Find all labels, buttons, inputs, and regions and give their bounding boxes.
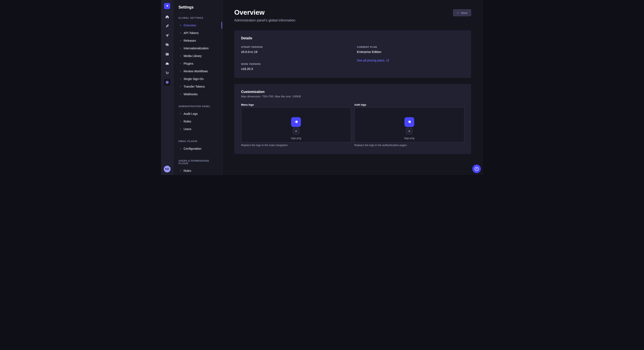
details-card-title: Details: [241, 36, 464, 40]
menu-logo-upload: Menu logo + logo.png Replace the logo in…: [241, 103, 351, 147]
workspace-logo-section: [161, 0, 173, 12]
sidebar-item-admin-roles[interactable]: Roles: [173, 118, 222, 125]
nav-list-global-settings: Overview API Tokens Releases Internation…: [173, 21, 222, 98]
external-link-icon: [386, 59, 389, 62]
bullet-icon: [180, 63, 181, 64]
sidebar-item-single-sign-on[interactable]: Single Sign-On: [173, 75, 222, 83]
rail-bottom: KD: [161, 163, 173, 175]
nav-list-users-permissions: Roles Providers: [173, 167, 222, 175]
section-label-administration-panel: Administration Panel: [178, 101, 217, 108]
bullet-icon: [180, 94, 181, 95]
check-icon: ✓: [457, 11, 459, 14]
subnav-title: Settings: [173, 0, 222, 9]
logo-uploads-grid: Menu logo + logo.png Replace the logo in…: [241, 103, 464, 147]
page-subtitle: Administration panel's global informatio…: [234, 18, 296, 22]
sidebar-item-api-tokens[interactable]: API Tokens: [173, 29, 222, 37]
bullet-icon: [180, 40, 181, 41]
auth-logo-preview-strapi-icon: [404, 117, 414, 127]
sidebar-item-media-library[interactable]: Media Library: [173, 52, 222, 60]
question-mark-icon: ?: [475, 167, 479, 171]
auth-logo-dropzone[interactable]: + logo.png: [354, 107, 464, 142]
details-left-column: Strapi version v5.0.0-rc.19 Node version…: [241, 46, 348, 71]
active-rail-pill: [164, 79, 170, 86]
rail-divider: [161, 163, 173, 163]
menu-logo-caption: Replace the logo in the main navigation: [241, 144, 351, 147]
sidebar-item-email-configuration[interactable]: Configuration: [173, 145, 222, 153]
strapi-admin-app: KD Settings Global Settings Overview API…: [161, 0, 483, 175]
current-plan-field: Current plan Enterprise Edition: [357, 46, 464, 54]
details-grid: Strapi version v5.0.0-rc.19 Node version…: [241, 46, 464, 71]
plus-icon: +: [295, 129, 297, 133]
settings-gear-icon-active[interactable]: [165, 80, 169, 84]
sidebar-item-up-roles[interactable]: Roles: [173, 167, 222, 175]
customization-card-subtitle: Max dimension: 750×750, Max file size: 1…: [241, 95, 464, 98]
menu-logo-preview-strapi-icon: [291, 117, 301, 127]
see-all-pricing-plans-link[interactable]: See all pricing plans: [357, 59, 389, 62]
details-right-column: Current plan Enterprise Edition See all …: [357, 46, 464, 71]
sidebar-item-up-providers[interactable]: Providers: [173, 175, 222, 175]
home-icon[interactable]: [165, 15, 169, 19]
menu-logo-label: Menu logo: [241, 103, 351, 106]
bullet-icon: [180, 170, 181, 171]
sidebar-item-overview[interactable]: Overview: [173, 21, 222, 29]
sidebar-item-audit-logs[interactable]: Audit Logs: [173, 110, 222, 118]
main-nav-rail: KD: [161, 0, 173, 175]
sidebar-item-webhooks[interactable]: Webhooks: [173, 90, 222, 98]
auth-logo-caption: Replace the logo in the authentication p…: [354, 144, 464, 147]
bullet-icon: [180, 55, 181, 56]
deploy-paper-plane-icon[interactable]: [165, 33, 169, 38]
sidebar-item-review-workflows[interactable]: Review Workflows: [173, 67, 222, 75]
main-content: Overview Administration panel's global i…: [222, 0, 483, 175]
bullet-icon: [180, 148, 181, 149]
bullet-icon: [180, 71, 181, 72]
section-label-email-plugin: Email Plugin: [178, 136, 217, 143]
marketplace-cart-icon[interactable]: [165, 71, 169, 75]
help-button[interactable]: ?: [472, 165, 481, 173]
content-type-builder-layout-icon[interactable]: [165, 52, 169, 56]
menu-logo-filename: logo.png: [291, 137, 301, 140]
customization-card-title: Customization: [241, 90, 464, 94]
content-manager-feather-icon[interactable]: [165, 24, 169, 28]
sidebar-item-plugins[interactable]: Plugins: [173, 60, 222, 67]
rail-icon-list: [161, 12, 173, 84]
bullet-icon: [180, 48, 181, 49]
bullet-icon: [180, 121, 181, 122]
save-button[interactable]: ✓ Save: [453, 9, 471, 16]
auth-logo-add-button[interactable]: +: [406, 128, 412, 134]
media-library-pictures-icon[interactable]: [165, 43, 169, 47]
settings-subnav: Settings Global Settings Overview API To…: [173, 0, 222, 175]
auth-logo-upload: Auth logo + logo.png Replace the logo in…: [354, 103, 464, 147]
nav-list-administration-panel: Audit Logs Roles Users: [173, 110, 222, 133]
menu-logo-dropzone[interactable]: + logo.png: [241, 107, 351, 142]
bullet-icon: [180, 86, 181, 87]
bullet-icon: [180, 129, 181, 130]
customization-card: Customization Max dimension: 750×750, Ma…: [234, 84, 471, 154]
node-version-field: Node version v18.20.3: [241, 63, 348, 71]
strapi-version-field: Strapi version v5.0.0-rc.19: [241, 46, 348, 54]
user-avatar[interactable]: KD: [164, 166, 170, 173]
page-header: Overview Administration panel's global i…: [234, 8, 471, 22]
section-label-users-permissions-plugin: Users & Permissions Plugin: [178, 156, 217, 165]
plus-icon: +: [408, 129, 410, 133]
auth-logo-label: Auth logo: [354, 103, 464, 106]
sidebar-item-admin-users[interactable]: Users: [173, 125, 222, 133]
nav-list-email-plugin: Configuration: [173, 145, 222, 153]
section-label-global-settings: Global Settings: [178, 13, 217, 19]
page-title: Overview: [234, 8, 296, 16]
sidebar-item-internationalization[interactable]: Internationalization: [173, 44, 222, 52]
details-card: Details Strapi version v5.0.0-rc.19 Node…: [234, 30, 471, 78]
auth-logo-filename: logo.png: [404, 137, 414, 140]
sidebar-item-releases[interactable]: Releases: [173, 37, 222, 44]
bullet-icon: [180, 78, 181, 79]
strapi-logo-icon[interactable]: [164, 3, 170, 9]
menu-logo-add-button[interactable]: +: [293, 128, 300, 134]
bullet-icon: [180, 113, 181, 114]
sidebar-item-transfer-tokens[interactable]: Transfer Tokens: [173, 83, 222, 90]
cloud-icon[interactable]: [165, 61, 169, 66]
bullet-icon: [180, 32, 181, 33]
bullet-icon: [180, 25, 181, 26]
